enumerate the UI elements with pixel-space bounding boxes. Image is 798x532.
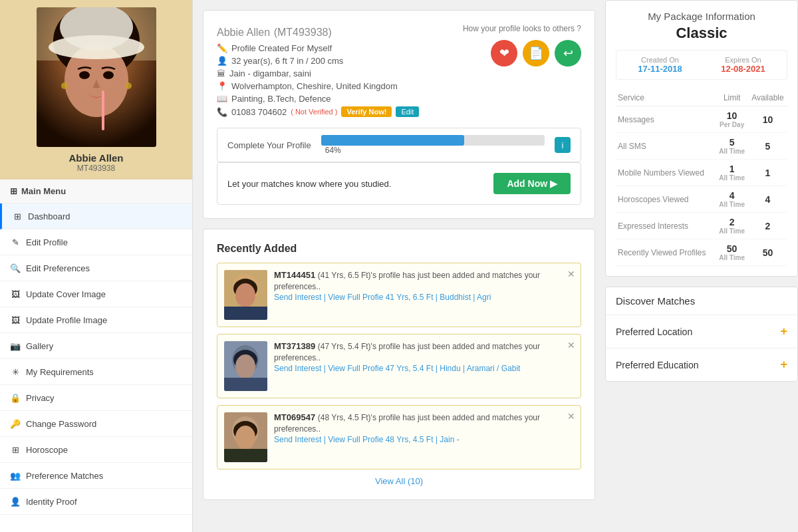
verify-now-button[interactable]: Verify Now! <box>341 106 392 117</box>
match-close-2[interactable]: ✕ <box>567 340 575 350</box>
match-links-2: Send Interest | View Full Profie 47 Yrs,… <box>274 364 574 373</box>
profile-location: 📍 Wolverhampton, Cheshire, United Kingdo… <box>217 81 419 91</box>
sidebar-item-identity-proof[interactable]: 👤 Identity Proof <box>0 489 192 515</box>
profile-phone-row: 📞 01083 704602 ( Not Verified ) Verify N… <box>217 106 419 117</box>
discover-preferred-education[interactable]: Preferred Education + <box>606 348 797 381</box>
service-name-0: Messages <box>616 106 716 133</box>
profile-info: Abbie Allen (MT493938) ✏️ Profile Create… <box>217 24 419 120</box>
edit-profile-icon: ✎ <box>10 237 21 247</box>
send-interest-link-1[interactable]: Send Interest <box>274 293 321 302</box>
match-links-3: Send Interest | View Full Profie 48 Yrs,… <box>274 435 574 444</box>
add-study-text: Let your matches know where you studied. <box>227 179 391 189</box>
heart-button[interactable]: ❤ <box>491 40 517 66</box>
not-verified-label: ( Not Verified ) <box>291 108 337 116</box>
service-name-4: Expressed Interests <box>616 213 716 239</box>
profile-looks-text: How your profile looks to others ? <box>463 24 581 33</box>
sidebar-item-change-password[interactable]: 🔑 Change Password <box>0 411 192 437</box>
svg-point-9 <box>125 82 132 89</box>
send-interest-link-2[interactable]: Send Interest <box>274 364 321 373</box>
service-limit-4: 2All Time <box>716 213 748 239</box>
sidebar-item-preference-matches[interactable]: 👥 Preference Matches <box>0 463 192 489</box>
dashboard-icon: ⊞ <box>12 211 23 221</box>
view-full-profile-link-2[interactable]: View Full Profie <box>328 364 383 373</box>
service-limit-3: 4All Time <box>716 186 748 213</box>
match-details-3: 48 Yrs, 4.5 Ft | Jain - <box>386 435 460 444</box>
svg-rect-10 <box>102 90 104 130</box>
service-row: Horoscopes Viewed 4All Time 4 <box>616 186 787 213</box>
match-close-3[interactable]: ✕ <box>567 411 575 422</box>
service-row: Messages 10Per Day 10 <box>616 106 787 133</box>
svg-rect-20 <box>224 378 267 391</box>
discover-preferred-location[interactable]: Preferred Location + <box>606 315 797 348</box>
package-title: My Package Information <box>616 11 787 22</box>
match-close-1[interactable]: ✕ <box>567 269 575 279</box>
service-name-2: Mobile Numbers Viewed <box>616 160 716 186</box>
svg-point-14 <box>235 283 255 307</box>
svg-point-7 <box>103 71 114 79</box>
progress-bar-wrap <box>321 135 545 146</box>
sidebar-item-update-cover-image[interactable]: 🖼 Update Cover Image <box>0 281 192 307</box>
service-available-0: 10 <box>748 106 787 133</box>
limit-col-header: Limit <box>716 90 748 106</box>
service-available-5: 50 <box>748 239 787 266</box>
add-study-banner: Let your matches know where you studied.… <box>217 162 581 205</box>
progress-container: 64% <box>321 135 545 155</box>
svg-rect-25 <box>224 449 267 462</box>
match-id-3: MT069547 <box>274 412 315 422</box>
profile-religion: 🏛 Jain - digambar, saini <box>217 68 419 78</box>
add-now-button[interactable]: Add Now ▶ <box>493 173 571 194</box>
created-on-label: Created On <box>622 56 698 64</box>
view-full-profile-link-3[interactable]: View Full Profie <box>328 435 383 444</box>
preference-matches-icon: 👥 <box>10 470 21 481</box>
privacy-icon: 🔒 <box>10 392 21 403</box>
profile-age-height: 👤 32 year(s), 6 ft 7 in / 200 cms <box>217 56 419 66</box>
match-id-1: MT144451 <box>274 270 315 280</box>
available-col-header: Available <box>748 90 787 106</box>
info-icon[interactable]: i <box>555 137 571 153</box>
match-info-3: MT069547 (48 Yrs, 4.5 Ft)'s profile has … <box>274 412 574 462</box>
phone-edit-button[interactable]: Edit <box>396 106 419 117</box>
progress-pct: 64% <box>325 146 545 155</box>
profile-name: Abbie Allen (MT493938) <box>217 24 419 39</box>
svg-point-6 <box>79 71 90 79</box>
sidebar-item-privacy[interactable]: 🔒 Privacy <box>0 385 192 411</box>
progress-bar-fill <box>321 135 464 146</box>
sidebar-item-horoscope[interactable]: ⊞ Horoscope <box>0 437 192 463</box>
gallery-icon: 📷 <box>10 340 21 351</box>
expires-on-value: 12-08-2021 <box>705 64 781 74</box>
service-row: Expressed Interests 2All Time 2 <box>616 213 787 239</box>
sidebar-item-edit-preferences[interactable]: 🔍 Edit Preferences <box>0 255 192 281</box>
sidebar-item-dashboard[interactable]: ⊞ Dashboard <box>0 203 192 229</box>
phone-icon: 📞 <box>217 107 227 117</box>
main-content: Abbie Allen (MT493938) ✏️ Profile Create… <box>193 0 605 532</box>
table-row: MT144451 (41 Yrs, 6.5 Ft)'s profile has … <box>217 263 581 327</box>
match-links-1: Send Interest | View Full Profie 41 Yrs,… <box>274 293 574 302</box>
service-available-1: 5 <box>748 133 787 160</box>
sidebar-item-edit-profile[interactable]: ✎ Edit Profile <box>0 229 192 255</box>
match-info-2: MT371389 (47 Yrs, 5.4 Ft)'s profile has … <box>274 341 574 391</box>
match-details-2: 47 Yrs, 5.4 Ft | Hindu | Aramari / Gabit <box>386 364 521 373</box>
expires-on-col: Expires On 12-08-2021 <box>705 56 781 74</box>
share-button[interactable]: ↩ <box>555 40 581 66</box>
view-all: View All (10) <box>217 476 581 486</box>
profile-actions: How your profile looks to others ? ❤ 📄 ↩ <box>463 24 581 66</box>
identity-proof-icon: 👤 <box>10 496 21 507</box>
sidebar-menu-title: ⊞ Main Menu <box>0 180 192 203</box>
update-cover-icon: 🖼 <box>10 289 21 299</box>
book-icon: 📖 <box>217 94 227 104</box>
change-password-icon: 🔑 <box>10 418 21 429</box>
sidebar-item-update-profile-image[interactable]: 🖼 Update Profile Image <box>0 307 192 333</box>
svg-point-8 <box>61 82 68 89</box>
document-button[interactable]: 📄 <box>523 40 549 66</box>
sidebar-item-gallery[interactable]: 📷 Gallery <box>0 333 192 359</box>
view-full-profile-link-1[interactable]: View Full Profie <box>328 293 383 302</box>
svg-rect-15 <box>224 307 267 320</box>
table-row: MT371389 (47 Yrs, 5.4 Ft)'s profile has … <box>217 334 581 398</box>
package-card: My Package Information Classic Created O… <box>605 0 798 277</box>
avatar-name: Abbie Allen <box>69 152 124 164</box>
send-interest-link-3[interactable]: Send Interest <box>274 435 321 444</box>
view-all-link[interactable]: View All (10) <box>375 476 423 486</box>
service-col-header: Service <box>616 90 716 106</box>
expires-on-label: Expires On <box>705 56 781 64</box>
sidebar-item-my-requirements[interactable]: ✳ My Requirements <box>0 359 192 385</box>
